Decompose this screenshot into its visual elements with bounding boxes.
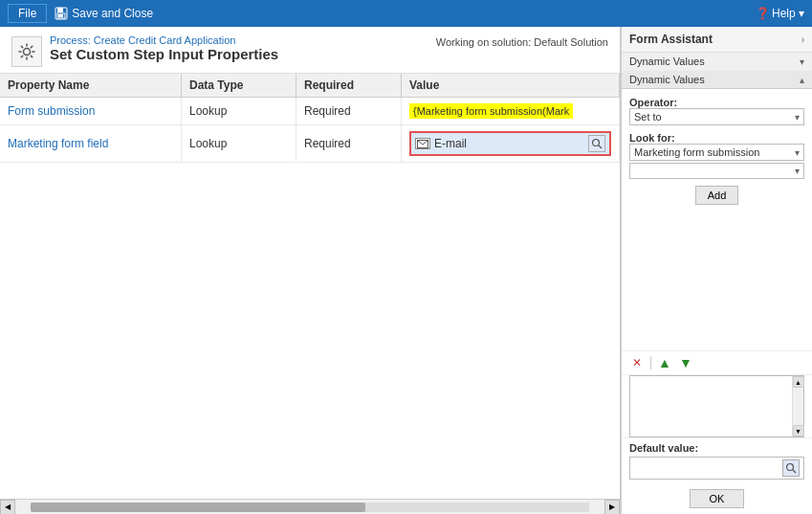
save-icon	[55, 7, 68, 20]
default-value-label: Default value:	[629, 442, 804, 454]
dynamic-values-row[interactable]: Dynamic Values ▾	[622, 53, 812, 71]
form-body: Operator: Set to ▾ Look for: Marketing f…	[622, 89, 812, 350]
svg-line-7	[599, 145, 602, 148]
col-data-type: Data Type	[182, 74, 296, 97]
table-row: Form submission Lookup Required {Marketi…	[0, 98, 620, 125]
default-value-lookup-button[interactable]	[782, 459, 800, 477]
operator-value: Set to	[634, 111, 662, 123]
add-button[interactable]: Add	[695, 186, 739, 205]
scrollbar-track[interactable]	[31, 503, 589, 512]
col-value: Value	[402, 74, 620, 97]
default-value-section: Default value:	[622, 437, 812, 483]
scrollbar-thumb[interactable]	[31, 503, 365, 512]
email-input-wrapper[interactable]: E-mail	[409, 131, 611, 156]
page-title: Set Custom Step Input Properties	[50, 46, 278, 62]
down-arrow-icon[interactable]: ▼	[678, 355, 693, 370]
email-value-cell[interactable]: E-mail	[402, 125, 620, 162]
scroll-up-arrow[interactable]: ▲	[793, 376, 804, 388]
look-for-dropdown-arrow[interactable]: ▾	[795, 147, 800, 158]
look-for-sub-arrow[interactable]: ▾	[795, 166, 800, 176]
ok-button-row: OK	[622, 483, 812, 514]
help-link[interactable]: Help ▾	[772, 7, 804, 20]
add-button-row: Add	[629, 184, 804, 205]
working-on-label: Working on solution: Default Solution	[436, 34, 608, 48]
scroll-left-arrow[interactable]: ◀	[0, 500, 15, 515]
right-panel: Form Assistant › Dynamic Values ▾ Dynami…	[621, 27, 812, 514]
data-type-1: Lookup	[182, 125, 296, 162]
email-lookup-button[interactable]	[588, 135, 605, 152]
form-assistant-header: Form Assistant ›	[622, 27, 812, 53]
col-required: Required	[296, 74, 402, 97]
up-arrow-icon[interactable]: ▲	[657, 355, 672, 370]
value-0: {Marketing form submission(Mark	[402, 98, 620, 124]
header-text: Process: Create Credit Card Application …	[50, 34, 278, 62]
property-form-submission[interactable]: Form submission	[0, 98, 182, 124]
look-for-sub-dropdown[interactable]: ▾	[629, 163, 804, 179]
look-for-label: Look for:	[629, 132, 804, 144]
save-close-button[interactable]: Save and Close	[55, 7, 153, 20]
dynamic-values-dropdown-arrow[interactable]: ▾	[800, 56, 804, 67]
look-for-dropdown[interactable]: Marketing form submission ▾	[629, 144, 804, 161]
settings-icon	[11, 36, 42, 67]
operator-label: Operator:	[629, 97, 804, 108]
left-panel: Process: Create Credit Card Application …	[0, 27, 621, 514]
svg-point-6	[593, 140, 600, 146]
scroll-right-arrow[interactable]: ▶	[604, 500, 620, 515]
process-label: Process: Create Credit Card Application	[50, 34, 278, 46]
dynamic-values-label: Dynamic Values	[629, 74, 705, 85]
text-area[interactable]: ▲ ▼	[629, 375, 804, 437]
dynamic-values-section-label: Dynamic Values	[629, 56, 705, 67]
look-for-value: Marketing form submission	[634, 146, 759, 158]
svg-point-8	[787, 464, 794, 471]
title-bar: File Save and Close ❓ Help ▾	[0, 0, 812, 27]
email-field-icon	[415, 138, 430, 149]
svg-rect-1	[57, 8, 63, 12]
col-property-name: Property Name	[0, 74, 182, 97]
ok-button[interactable]: OK	[690, 489, 745, 508]
required-0: Required	[296, 98, 402, 124]
svg-point-4	[24, 49, 31, 56]
yellow-value: {Marketing form submission(Mark	[409, 103, 573, 119]
scroll-down-arrow[interactable]: ▼	[793, 425, 804, 436]
svg-rect-3	[58, 14, 63, 17]
text-area-scrollbar[interactable]: ▲ ▼	[792, 376, 803, 436]
help-icon: ❓	[756, 7, 770, 20]
operator-dropdown-arrow[interactable]: ▾	[795, 112, 800, 123]
horizontal-scrollbar[interactable]: ◀ ▶	[0, 499, 620, 514]
property-marketing-form-field[interactable]: Marketing form field	[0, 125, 182, 162]
action-row: ✕ ▲ ▼	[622, 350, 812, 375]
table-header: Property Name Data Type Required Value	[0, 74, 620, 98]
operator-dropdown[interactable]: Set to ▾	[629, 108, 804, 125]
default-value-input[interactable]	[629, 457, 804, 480]
operator-field: Operator: Set to ▾	[629, 95, 804, 125]
default-value-text[interactable]	[634, 459, 779, 477]
email-field-text: E-mail	[434, 137, 584, 150]
required-1: Required	[296, 125, 402, 162]
data-type-0: Lookup	[182, 98, 296, 124]
look-for-field: Look for: Marketing form submission ▾ ▾	[629, 130, 804, 179]
dynamic-values-collapse-arrow[interactable]: ▴	[800, 75, 804, 85]
property-table: Property Name Data Type Required Value F…	[0, 74, 620, 499]
table-row: Marketing form field Lookup Required E-m…	[0, 125, 620, 163]
main-container: Process: Create Credit Card Application …	[0, 27, 812, 514]
divider	[650, 356, 651, 369]
title-bar-right: ❓ Help ▾	[756, 7, 804, 20]
delete-icon[interactable]: ✕	[629, 355, 645, 370]
dynamic-values-expanded-header: Dynamic Values ▴	[622, 71, 812, 89]
header-area: Process: Create Credit Card Application …	[0, 27, 620, 74]
svg-line-9	[793, 470, 796, 473]
form-assistant-collapse-button[interactable]: ›	[801, 34, 804, 45]
form-assistant-title: Form Assistant	[629, 33, 713, 46]
file-button[interactable]: File	[8, 4, 47, 23]
save-close-label: Save and Close	[72, 7, 153, 20]
